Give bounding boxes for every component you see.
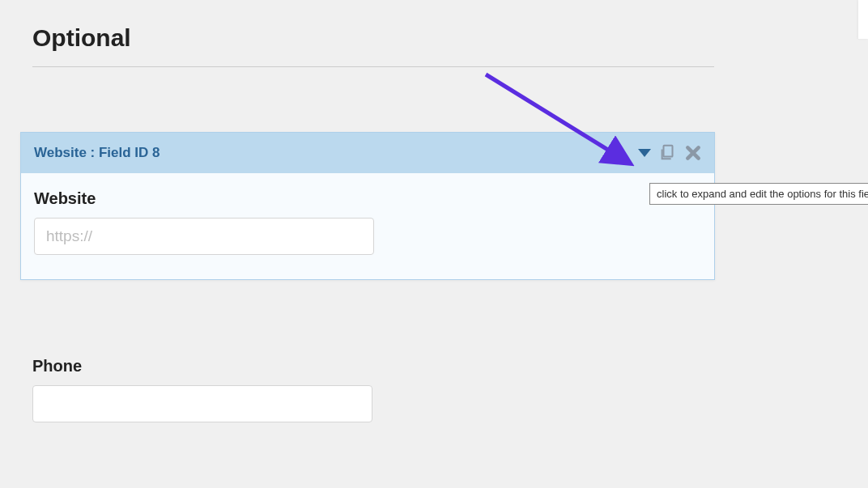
title-divider (32, 66, 714, 67)
field-card-body: Website (21, 173, 714, 279)
svg-rect-0 (664, 146, 673, 157)
side-panel-edge (858, 0, 868, 39)
website-input[interactable] (34, 218, 374, 255)
field-header-title: Website : Field ID 8 (34, 145, 160, 161)
chevron-down-icon[interactable] (638, 149, 651, 157)
duplicate-icon[interactable] (659, 144, 677, 162)
expand-field-tooltip: click to expand and edit the options for… (649, 183, 868, 205)
phone-field-section: Phone (32, 357, 836, 422)
website-field-label: Website (34, 189, 701, 208)
delete-icon[interactable] (685, 145, 701, 161)
phone-input[interactable] (32, 385, 372, 422)
field-card-header[interactable]: Website : Field ID 8 (21, 133, 714, 173)
field-header-actions (638, 144, 701, 162)
phone-field-label: Phone (32, 357, 836, 376)
page-title: Optional (0, 0, 868, 66)
website-field-card: Website : Field ID 8 Website (20, 132, 715, 280)
